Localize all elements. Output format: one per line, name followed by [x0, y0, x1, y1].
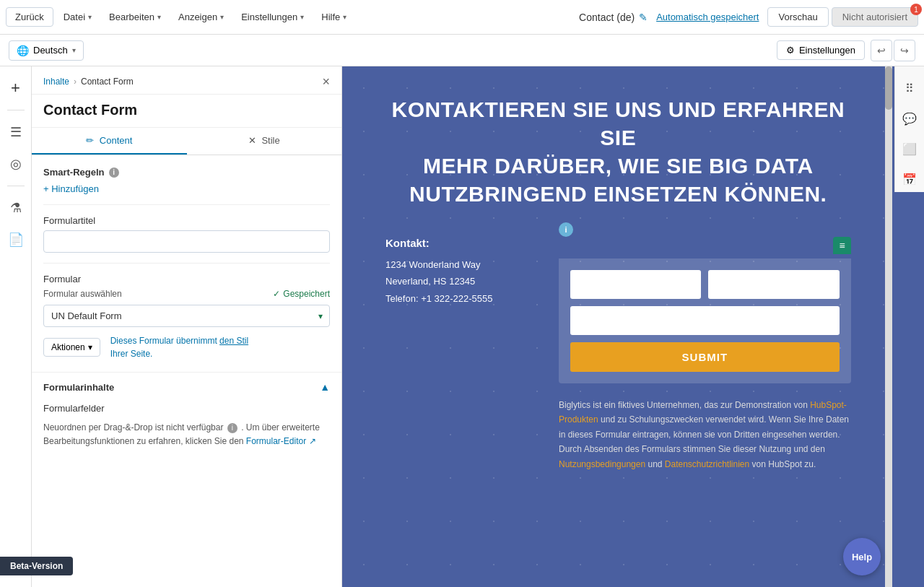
divider [7, 110, 25, 110]
info-icon[interactable]: i [109, 168, 119, 178]
undo-redo-group: ↩ ↪ [871, 40, 915, 61]
form-actions-row: Aktionen ▾ Dieses Formular übernimmt den… [43, 334, 330, 360]
tab-content[interactable]: ✏ Content [32, 128, 187, 155]
x-icon: ✕ [248, 135, 256, 146]
divider [43, 204, 330, 205]
list-icon[interactable]: ≡ [839, 240, 845, 251]
info-dot: i [559, 222, 573, 237]
breadcrumb-separator: › [74, 77, 77, 87]
contact-form-area: i ≡ SUBMIT [559, 237, 851, 471]
back-button[interactable]: Zurück [6, 7, 53, 27]
pencil-icon: ✏ [86, 135, 94, 146]
external-link-icon[interactable]: ↗ [309, 436, 316, 446]
right-icon-bar: ⠿ 💬 ⬜ 📅 [894, 66, 924, 192]
email-input[interactable] [570, 306, 840, 335]
settings-button[interactable]: ⚙ Einstellungen [777, 40, 865, 60]
help-button[interactable]: Help [843, 538, 881, 575]
page-icon-button[interactable]: 📄 [3, 227, 29, 253]
form-title-input[interactable] [43, 230, 330, 253]
chevron-down-icon: ▾ [72, 46, 76, 54]
language-selector[interactable]: 🌐 Deutsch ▾ [9, 40, 84, 61]
main-layout: + ☰ ◎ ⚗ 📄 Inhalte › Contact Form × Conta… [0, 66, 924, 587]
saved-badge: ✓ Gespeichert [273, 289, 330, 299]
preview-content: KONTAKTIEREN SIE UNS UND ERFAHREN SIE ME… [342, 66, 894, 500]
auto-saved-link[interactable]: Automatisch gespeichert [656, 12, 759, 22]
form-editor-link[interactable]: Formular-Editor [246, 436, 306, 446]
breadcrumb-parent[interactable]: Inhalte [43, 77, 69, 87]
page-title: Contact (de) ✎ [579, 12, 648, 23]
sidebar-panel: Inhalte › Contact Form × Contact Form ✏ … [32, 66, 342, 587]
preview-area: KONTAKTIEREN SIE UNS UND ERFAHREN SIE ME… [342, 66, 924, 587]
form-select-row: Formular auswählen ✓ Gespeichert [43, 289, 330, 299]
analytics-icon-button[interactable]: ◎ [3, 151, 29, 177]
first-name-input[interactable] [570, 270, 701, 299]
info-icon-fields[interactable]: i [227, 423, 237, 433]
tab-bar: ✏ Content ✕ Stile [32, 128, 341, 155]
breadcrumb: Inhalte › Contact Form [43, 77, 134, 87]
form-fields-label: Formularfelder [43, 401, 330, 417]
chevron-down-icon: ▾ [220, 13, 224, 21]
disclaimer-text: Biglytics ist ein fiktives Unternehmen, … [559, 398, 851, 471]
divider [7, 186, 25, 186]
nav-hilfe[interactable]: Hilfe ▾ [314, 8, 354, 26]
layout-icon-button[interactable]: ⬜ [897, 136, 923, 162]
actions-button[interactable]: Aktionen ▾ [43, 338, 100, 357]
form-description: Dieses Formular übernimmt den StilIhrer … [110, 334, 248, 360]
contact-address: 1234 Wonderland Way Neverland, HS 12345 … [385, 256, 530, 307]
flask-icon-button[interactable]: ⚗ [3, 195, 29, 221]
preview-button[interactable]: Vorschau [767, 7, 828, 27]
nav-datei[interactable]: Datei ▾ [56, 8, 99, 26]
close-button[interactable]: × [322, 75, 330, 88]
form-fields-info: Formularfelder Neuordnen per Drag-&-Drop… [32, 401, 341, 457]
contact-info: Kontakt: 1234 Wonderland Way Neverland, … [385, 237, 530, 307]
grid-icon-button[interactable]: ⠿ [897, 75, 923, 101]
chevron-down-icon: ▾ [157, 13, 161, 21]
chevron-down-icon: ▾ [300, 13, 304, 21]
sidebar-header: Inhalte › Contact Form × [32, 66, 341, 95]
chevron-down-icon: ▾ [88, 13, 92, 21]
nutzung-link[interactable]: Nutzungsbedingungen [559, 459, 645, 469]
form-toolbar: ≡ [833, 237, 850, 254]
nav-bearbeiten[interactable]: Bearbeiten ▾ [102, 8, 168, 26]
chevron-down-icon: ▾ [88, 342, 92, 352]
chevron-up-icon: ▲ [320, 381, 330, 393]
add-rule-link[interactable]: + Hinzufügen [43, 183, 330, 194]
panel-content: Smart-Regeln i + Hinzufügen Formulartite… [32, 155, 341, 372]
globe-icon: 🌐 [17, 45, 29, 56]
form-select-input[interactable]: UN Default Form [43, 305, 330, 327]
notification-badge: 1 [910, 4, 922, 15]
nav-anzeigen[interactable]: Anzeigen ▾ [171, 8, 231, 26]
left-icon-bar: + ☰ ◎ ⚗ 📄 [0, 66, 32, 587]
nav-einstellungen[interactable]: Einstellungen ▾ [234, 8, 311, 26]
tab-stile[interactable]: ✕ Stile [187, 128, 342, 155]
smart-rules-section: Smart-Regeln i [43, 167, 330, 178]
form-section-label: Formular [43, 274, 330, 284]
top-navigation: Zurück Datei ▾ Bearbeiten ▾ Anzeigen ▾ E… [0, 0, 924, 35]
check-icon: ✓ [273, 289, 280, 299]
chat-icon-button[interactable]: 💬 [897, 105, 923, 131]
calendar-icon-button[interactable]: 📅 [897, 166, 923, 192]
undo-button[interactable]: ↩ [871, 40, 892, 61]
submit-button[interactable]: SUBMIT [570, 342, 840, 372]
redo-button[interactable]: ↪ [894, 40, 915, 61]
edit-icon[interactable]: ✎ [639, 12, 648, 23]
form-title-label: Formulartitel [43, 215, 330, 226]
divider [43, 263, 330, 264]
panel-title: Contact Form [32, 95, 341, 128]
form-selector[interactable]: UN Default Form ▾ [43, 305, 330, 327]
not-authorized-button[interactable]: Nicht autorisiert 1 [832, 7, 918, 27]
contact-section: Kontakt: 1234 Wonderland Way Neverland, … [385, 237, 851, 471]
beta-version-badge[interactable]: Beta-Version [0, 557, 73, 575]
datenschutz-link[interactable]: Datenschutzrichtlinien [665, 459, 749, 469]
last-name-input[interactable] [708, 270, 839, 299]
form-contents-section[interactable]: Formularinhalte ▲ [32, 372, 341, 401]
secondary-toolbar: 🌐 Deutsch ▾ ⚙ Einstellungen ↩ ↪ [0, 35, 924, 66]
contact-label: Kontakt: [385, 237, 530, 249]
add-content-button[interactable]: + [3, 75, 29, 101]
chevron-down-icon: ▾ [343, 13, 346, 21]
breadcrumb-current: Contact Form [81, 77, 134, 87]
gear-icon: ⚙ [786, 45, 795, 56]
layers-icon-button[interactable]: ☰ [3, 119, 29, 145]
form-inputs-row [570, 270, 840, 299]
preview-headline: KONTAKTIEREN SIE UNS UND ERFAHREN SIE ME… [385, 95, 851, 208]
